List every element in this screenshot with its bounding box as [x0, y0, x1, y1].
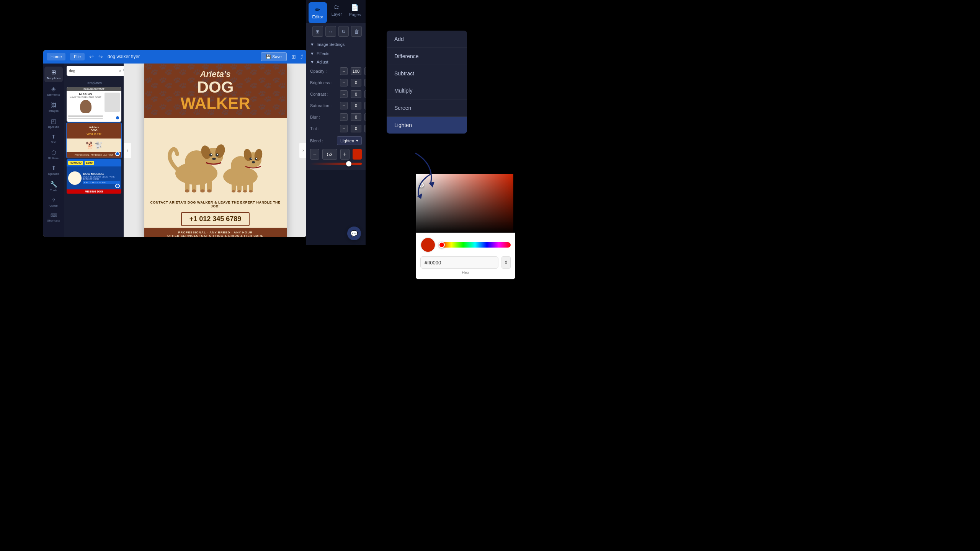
blend-option-add[interactable]: Add	[387, 31, 467, 48]
undo-button[interactable]: ↩	[89, 54, 94, 60]
color-gradient-area[interactable]	[416, 174, 513, 235]
thumb3-amount: $200	[85, 161, 94, 165]
canvas-prev-button[interactable]: ‹	[124, 143, 131, 158]
chat-button[interactable]: 💬	[347, 227, 361, 240]
sidebar-item-images[interactable]: 🖼 Images	[44, 99, 63, 115]
canvas-next-button[interactable]: ›	[299, 143, 307, 158]
opacity-label: Opacity :	[310, 69, 337, 73]
svg-point-26	[256, 158, 256, 159]
tab-layer[interactable]: 🗂 Layer	[328, 0, 346, 23]
tint-value[interactable]: 0	[351, 125, 361, 132]
contrast-minus-button[interactable]: −	[340, 90, 348, 98]
sidebar-item-shortcuts[interactable]: ⌨ Shortcuts	[44, 210, 63, 225]
tint-minus-button[interactable]: −	[340, 125, 348, 132]
saturation-minus-button[interactable]: −	[340, 102, 348, 109]
blend-option-subtract[interactable]: Subtract	[387, 65, 467, 82]
brightness-minus-button[interactable]: −	[340, 79, 348, 86]
tint-stepper-plus[interactable]: +	[340, 149, 350, 160]
opacity-plus-button[interactable]: +	[364, 67, 366, 75]
thumb2-top: Arieta's DOG WALKER	[67, 123, 121, 139]
contrast-plus-button[interactable]: +	[364, 90, 366, 98]
flyer-bottom-text-2: OTHER SERVICES: CAT SITTING & BIRDS & FI…	[147, 234, 284, 237]
template-card-3[interactable]: REWARD $200 DOG MISSING LOST IN MOUNT ED…	[67, 159, 121, 194]
tint-stepper-row: − 53 +	[310, 149, 362, 160]
delete-tool-button[interactable]: 🗑	[351, 26, 362, 37]
opacity-value[interactable]: 100	[351, 67, 361, 75]
blend-select[interactable]: Lighten ▾	[337, 136, 362, 145]
sidebar-item-templates[interactable]: ⊞ Templates	[44, 67, 63, 82]
thumb2-mid: 🐕🐩	[67, 139, 121, 152]
blend-option-screen[interactable]: Screen	[387, 99, 467, 117]
shortcuts-label: Shortcuts	[47, 219, 60, 222]
redo-button[interactable]: ↪	[98, 54, 103, 60]
thumb3-top: REWARD $200	[67, 159, 121, 166]
thumb3-indicator	[115, 184, 120, 188]
image-settings-header[interactable]: ▼ Image Settings	[310, 42, 362, 47]
blur-minus-button[interactable]: −	[340, 113, 348, 121]
saturation-plus-button[interactable]: +	[364, 102, 366, 109]
hex-input[interactable]	[420, 256, 498, 269]
hue-slider[interactable]	[439, 242, 511, 248]
blend-option-multiply[interactable]: Multiply	[387, 82, 467, 99]
home-button[interactable]: Home	[47, 53, 65, 60]
sidebar-item-uploads[interactable]: ⬆ Uploads	[44, 162, 63, 178]
svg-point-23	[249, 158, 252, 160]
opacity-minus-button[interactable]: −	[340, 67, 348, 75]
search-input[interactable]	[69, 69, 118, 73]
color-swatch-large[interactable]	[420, 237, 436, 253]
search-clear-button[interactable]: ×	[119, 69, 121, 73]
svg-rect-30	[243, 182, 247, 191]
hex-label: Hex	[420, 270, 511, 275]
sidebar-item-3d[interactable]: ⬡ 3D Eleme..	[44, 147, 63, 161]
brightness-plus-button[interactable]: +	[364, 79, 366, 86]
rotate-tool-button[interactable]: ↻	[338, 26, 349, 37]
blur-plus-button[interactable]: +	[364, 113, 366, 121]
blend-arrow-icon: ▾	[356, 138, 358, 143]
tint-gradient-thumb[interactable]	[346, 161, 351, 166]
layout-button[interactable]: ⊞	[291, 54, 296, 60]
save-button[interactable]: 💾 Save	[261, 52, 287, 61]
tint-gradient-track[interactable]	[310, 163, 362, 165]
brightness-slider-row: Brightness : − 0 +	[310, 79, 362, 86]
tint-stepper-minus[interactable]: −	[310, 149, 319, 160]
sidebar-item-elements[interactable]: ◈ Elements	[44, 83, 63, 99]
hex-stepper[interactable]: ⇕	[501, 256, 511, 269]
tint-gradient-slider-row	[310, 163, 362, 165]
tint-stepper-value[interactable]: 53	[322, 149, 337, 160]
blend-option-difference[interactable]: Difference	[387, 48, 467, 65]
sidebar-item-bg[interactable]: ◰ Bg/round	[44, 116, 63, 130]
svg-point-32	[232, 190, 235, 192]
adjust-header[interactable]: ▼ Adjust	[310, 60, 362, 64]
sidebar-item-guide[interactable]: ? Guide	[44, 195, 63, 210]
saturation-value[interactable]: 0	[351, 102, 361, 109]
thumb2-dogs: 🐕🐩	[86, 141, 103, 150]
color-picker-panel: ⇕ Hex	[416, 233, 515, 279]
contrast-value[interactable]: 0	[351, 90, 361, 98]
tint-plus-button[interactable]: +	[364, 125, 366, 132]
crop-tool-button[interactable]: ⊞	[312, 26, 323, 37]
tab-pages[interactable]: 📄 Pages	[346, 0, 364, 23]
image-settings-label: Image Settings	[317, 42, 345, 47]
template-card-1[interactable]: PLEASE CONTACT MISSING HAVE YOU SEEN THI…	[67, 87, 121, 122]
sidebar-item-tools[interactable]: 🔧 Tools	[44, 179, 63, 194]
tab-editor[interactable]: ✏ Editor	[309, 2, 327, 23]
pages-tab-label: Pages	[349, 12, 361, 17]
share-button[interactable]: ⤴	[301, 54, 303, 60]
effects-header[interactable]: ▼ Effects	[310, 51, 362, 56]
svg-rect-29	[237, 182, 242, 191]
sidebar-item-text[interactable]: T Text	[44, 131, 63, 146]
blur-value[interactable]: 0	[351, 113, 361, 121]
brightness-value[interactable]: 0	[351, 79, 361, 86]
tint-color-swatch[interactable]	[353, 149, 362, 160]
svg-point-15	[192, 189, 196, 192]
color-bottom-row	[420, 237, 511, 253]
blend-option-lighten[interactable]: Lighten	[387, 117, 467, 134]
file-button[interactable]: File	[70, 53, 85, 60]
flip-tool-button[interactable]: ↔	[325, 26, 336, 37]
template-card-2[interactable]: Arieta's DOG WALKER 🐕🐩 PROFESSIONAL · AN…	[67, 123, 121, 158]
svg-point-34	[243, 190, 247, 192]
svg-rect-11	[192, 180, 196, 191]
contrast-label: Contrast :	[310, 92, 337, 96]
hue-thumb	[439, 242, 445, 248]
effects-arrow: ▼	[310, 51, 314, 56]
